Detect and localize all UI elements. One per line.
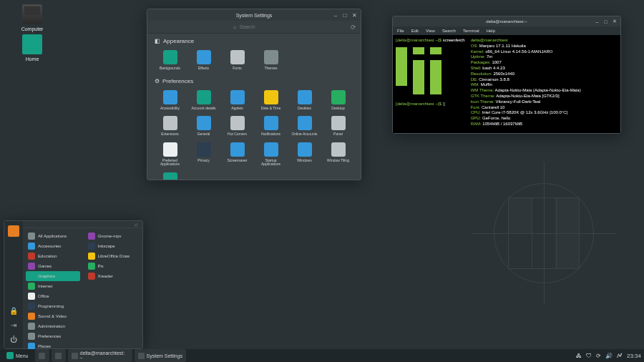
desktop-icon-home[interactable]: Home <box>17 34 47 62</box>
settings-item-effects[interactable]: Effects <box>188 49 219 72</box>
terminal-menu-view[interactable]: View <box>426 29 435 33</box>
tray-battery-icon[interactable]: 🗲 <box>617 353 623 359</box>
app-libreoffice-draw[interactable]: LibreOffice Draw <box>86 251 140 261</box>
settings-item-preferred-applications[interactable]: Preferred Applications <box>155 141 185 168</box>
minimize-button[interactable]: – <box>332 11 339 19</box>
settings-item-icon <box>230 142 245 157</box>
category-icon <box>28 323 35 330</box>
settings-search-input[interactable] <box>240 23 275 31</box>
start-search-input[interactable] <box>27 222 135 227</box>
category-administration[interactable]: Administration <box>26 321 80 331</box>
window-titlebar[interactable]: System Settings – □ ✕ <box>147 9 361 21</box>
settings-item-applets[interactable]: Applets <box>222 89 253 112</box>
taskbar-task[interactable]: System Settings <box>135 349 187 362</box>
category-office[interactable]: Office <box>26 291 80 301</box>
settings-item-privacy[interactable]: Privacy <box>188 141 219 168</box>
settings-item-extensions[interactable]: Extensions <box>155 114 185 138</box>
power-button[interactable]: ⏻ <box>9 334 19 344</box>
terminal-content[interactable]: [delta@manarchtest ~]$ screenfetch [delt… <box>393 35 620 133</box>
settings-item-label: Window Tiling <box>327 159 349 163</box>
app-xreader[interactable]: Xreader <box>86 271 140 281</box>
settings-item-icon <box>197 142 211 157</box>
user-avatar[interactable] <box>8 225 19 237</box>
settings-item-desktop[interactable]: Desktop <box>323 89 353 112</box>
settings-item-accessibility[interactable]: Accessibility <box>155 89 185 112</box>
category-games[interactable]: Games <box>26 261 80 271</box>
settings-item-label: Backgrounds <box>160 67 180 71</box>
category-icon <box>28 303 35 310</box>
section-header-appearance: ◧ Appearance <box>155 38 353 44</box>
category-accessories[interactable]: Accessories <box>26 241 80 251</box>
category-sound-video[interactable]: Sound & Video <box>26 311 80 321</box>
tray-clock[interactable]: 23:34 <box>627 353 641 359</box>
settings-item-fonts[interactable]: Fonts <box>222 49 253 72</box>
category-all-applications[interactable]: All Applications <box>26 231 80 241</box>
category-label: Games <box>38 264 52 268</box>
category-graphics[interactable]: Graphics <box>26 271 80 281</box>
terminal-menu-file[interactable]: File <box>397 29 404 33</box>
settings-item-icon <box>331 116 346 130</box>
start-menu-apps: Gnome-mpvInkscapeLibreOffice DrawPixXrea… <box>83 228 143 354</box>
taskbar-task[interactable] <box>52 349 66 362</box>
tray-network-icon[interactable]: 🖧 <box>576 353 582 359</box>
category-label: Administration <box>38 324 65 328</box>
category-education[interactable]: Education <box>26 251 80 261</box>
settings-item-hot-corners[interactable]: Hot Corners <box>222 114 253 138</box>
settings-item-notifications[interactable]: Notifications <box>255 114 286 138</box>
menu-button[interactable]: Menu <box>3 351 32 361</box>
app-label: LibreOffice Draw <box>98 254 130 258</box>
settings-item-windows[interactable]: Windows <box>289 141 320 168</box>
settings-item-icon <box>264 142 278 157</box>
settings-item-screensaver[interactable]: Screensaver <box>222 141 253 168</box>
task-icon <box>55 353 62 359</box>
settings-item-workspaces[interactable]: Workspaces <box>155 171 185 180</box>
screenfetch-output: delta@manarchtest OS: Manjaro 17.1.11 Ha… <box>471 38 581 130</box>
logout-button[interactable]: ⇥ <box>9 320 19 330</box>
minimize-button[interactable]: – <box>594 19 600 25</box>
terminal-menu-edit[interactable]: Edit <box>411 29 419 33</box>
settings-item-desklets[interactable]: Desklets <box>289 89 320 112</box>
terminal-menubar: FileEditViewSearchTerminalHelp <box>393 26 620 35</box>
settings-item-backgrounds[interactable]: Backgrounds <box>155 49 185 72</box>
settings-item-general[interactable]: General <box>188 114 219 138</box>
app-icon <box>88 253 95 260</box>
close-button[interactable]: ✕ <box>611 19 618 25</box>
settings-item-icon <box>264 90 278 104</box>
settings-item-online-accounts[interactable]: Online Accounts <box>289 114 320 138</box>
app-inkscape[interactable]: Inkscape <box>86 241 140 251</box>
taskbar-task[interactable] <box>35 349 49 362</box>
app-pix[interactable]: Pix <box>86 261 140 271</box>
taskbar-task[interactable]: delta@manarchtest: ~ <box>68 349 132 362</box>
terminal-menu-help[interactable]: Help <box>487 29 495 33</box>
category-programming[interactable]: Programming <box>26 301 80 311</box>
category-internet[interactable]: Internet <box>26 281 80 291</box>
settings-item-account-details[interactable]: Account details <box>188 89 219 112</box>
close-button[interactable]: ✕ <box>351 11 358 19</box>
desktop-icon-computer[interactable]: Computer <box>17 4 47 31</box>
window-titlebar[interactable]: delta@manarchtest:~ – □ ✕ <box>393 16 620 26</box>
desktop-icon-label: Home <box>17 57 47 62</box>
settings-item-icon <box>163 90 177 104</box>
settings-item-window-tiling[interactable]: Window Tiling <box>323 141 353 168</box>
settings-item-date-time[interactable]: Date & Time <box>255 89 286 112</box>
settings-item-startup-applications[interactable]: Startup Applications <box>255 141 286 168</box>
category-icon <box>28 283 35 290</box>
settings-item-icon <box>163 116 177 130</box>
app-gnome-mpv[interactable]: Gnome-mpv <box>86 231 140 241</box>
refresh-icon[interactable]: ⟳ <box>351 24 356 31</box>
tray-shield-icon[interactable]: 🛡 <box>586 353 592 359</box>
terminal-menu-search[interactable]: Search <box>442 29 456 33</box>
start-menu: 🔒 ⇥ ⏻ ⌕ All ApplicationsAccessoriesEduca… <box>4 220 143 349</box>
settings-item-label: Applets <box>231 107 243 111</box>
settings-item-themes[interactable]: Themes <box>255 49 286 72</box>
maximize-button[interactable]: □ <box>341 11 348 19</box>
tray-volume-icon[interactable]: 🔊 <box>605 353 613 359</box>
category-preferences[interactable]: Preferences <box>26 331 80 341</box>
settings-item-icon <box>264 116 278 130</box>
settings-item-panel[interactable]: Panel <box>323 114 353 138</box>
start-menu-categories: All ApplicationsAccessoriesEducationGame… <box>23 228 83 354</box>
maximize-button[interactable]: □ <box>602 19 609 25</box>
tray-updates-icon[interactable]: ⟳ <box>596 353 601 359</box>
lock-button[interactable]: 🔒 <box>9 305 19 315</box>
terminal-menu-terminal[interactable]: Terminal <box>463 29 479 33</box>
